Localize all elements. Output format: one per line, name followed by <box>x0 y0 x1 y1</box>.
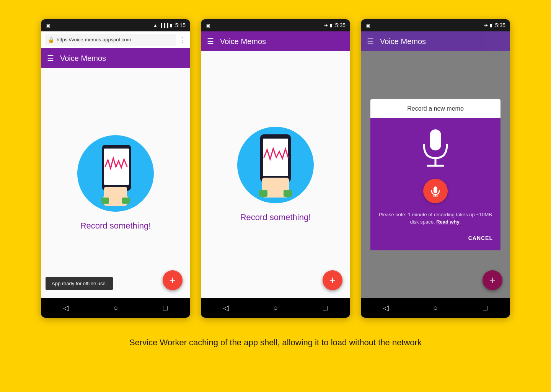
hamburger-icon-2[interactable]: ☰ <box>207 37 214 46</box>
airplane-icon-2: ✈ <box>324 23 328 28</box>
svg-rect-15 <box>434 186 437 193</box>
svg-rect-12 <box>430 129 441 150</box>
back-button-1[interactable]: ◁ <box>56 300 75 315</box>
circle-illustration-2 <box>237 127 314 203</box>
recents-button-3[interactable]: □ <box>476 300 495 315</box>
phone-3: ▣ ✈ ▮ 5:35 ☰ Voice Memos Record a new me… <box>361 19 510 318</box>
phones-container: ▣ ▲ ▐▐▐ ▮ 5:15 🔒 https://voice-memos.app… <box>41 19 510 318</box>
snackbar-1: App ready for offline use. <box>46 277 113 290</box>
phone2-content: Record something! + <box>201 51 350 298</box>
time-display-2: 5:35 <box>335 22 346 28</box>
signal-icon: ▐▐▐ <box>159 23 168 28</box>
tablet-icon-3: ▣ <box>365 23 370 28</box>
status-icons-1: ▲ ▐▐▐ ▮ <box>153 23 172 28</box>
fab-2[interactable]: + <box>323 270 342 290</box>
app-title-1: Voice Memos <box>60 54 106 63</box>
battery-icon-3: ▮ <box>490 23 492 28</box>
app-bar-1: ☰ Voice Memos <box>41 48 190 68</box>
status-bar-3: ▣ ✈ ▮ 5:35 <box>361 19 510 31</box>
record-dialog: Record a new memo <box>370 99 500 250</box>
hamburger-icon-3[interactable]: ☰ <box>367 37 374 46</box>
dialog-note: Please note: 1 minute of recording takes… <box>378 211 493 226</box>
url-bar[interactable]: 🔒 https://voice-memos.appspot.com <box>45 34 176 46</box>
back-button-3[interactable]: ◁ <box>376 300 395 315</box>
url-text: https://voice-memos.appspot.com <box>57 37 131 42</box>
record-button[interactable] <box>423 179 448 203</box>
home-button-1[interactable]: ○ <box>106 300 125 315</box>
mic-small-icon <box>430 185 441 197</box>
time-display-3: 5:35 <box>495 22 505 28</box>
fab-label-3: + <box>489 274 496 286</box>
nav-bar-2: ◁ ○ □ <box>201 298 350 318</box>
home-button-3[interactable]: ○ <box>426 300 445 315</box>
app-title-3: Voice Memos <box>380 37 426 46</box>
wifi-icon: ▲ <box>153 23 158 28</box>
browser-menu-dots[interactable]: ⋮ <box>179 36 186 44</box>
browser-bar: 🔒 https://voice-memos.appspot.com ⋮ <box>41 31 190 48</box>
time-display-1: 5:15 <box>175 22 186 28</box>
nav-bar-3: ◁ ○ □ <box>361 298 510 318</box>
recents-button-1[interactable]: □ <box>156 300 175 315</box>
tablet-icon: ▣ <box>46 23 50 28</box>
battery-icon: ▮ <box>170 23 172 28</box>
svg-rect-10 <box>259 190 267 197</box>
phone-1: ▣ ▲ ▐▐▐ ▮ 5:15 🔒 https://voice-memos.app… <box>41 19 190 318</box>
airplane-icon-3: ✈ <box>484 23 488 28</box>
record-text-1: Record something! <box>80 221 151 231</box>
snackbar-text-1: App ready for offline use. <box>52 281 107 286</box>
recents-button-2[interactable]: □ <box>316 300 335 315</box>
phone1-content: Record something! App ready for offline … <box>41 68 190 298</box>
read-why-link[interactable]: Read why <box>436 219 460 225</box>
app-bar-2: ☰ Voice Memos <box>201 31 350 51</box>
lock-icon: 🔒 <box>48 37 54 43</box>
circle-illustration-1 <box>77 135 154 212</box>
home-button-2[interactable]: ○ <box>266 300 285 315</box>
mic-large-icon <box>418 127 453 171</box>
status-bar-1: ▣ ▲ ▐▐▐ ▮ 5:15 <box>41 19 190 31</box>
fab-label-2: + <box>329 274 336 286</box>
fab-label-1: + <box>170 274 176 286</box>
dialog-note-text: Please note: 1 minute of recording takes… <box>379 212 492 225</box>
status-icons-3: ✈ ▮ <box>484 23 492 28</box>
phone3-content: Record a new memo <box>361 51 510 298</box>
app-bar-3: ☰ Voice Memos <box>361 31 510 51</box>
record-text-2: Record something! <box>240 212 311 222</box>
fab-1[interactable]: + <box>163 270 183 290</box>
svg-rect-7 <box>263 139 288 176</box>
cancel-button[interactable]: CANCEL <box>468 232 493 244</box>
app-title-2: Voice Memos <box>220 37 266 46</box>
nav-bar-1: ◁ ○ □ <box>41 298 190 318</box>
phone-illustration-2 <box>251 132 300 198</box>
hamburger-icon-1[interactable]: ☰ <box>47 54 54 63</box>
fab-3[interactable]: + <box>483 270 502 290</box>
phone-illustration-1 <box>91 141 140 206</box>
svg-rect-11 <box>284 190 292 197</box>
svg-rect-5 <box>122 198 130 204</box>
microphone-svg <box>418 127 453 170</box>
back-button-2[interactable]: ◁ <box>216 300 235 315</box>
dialog-body: Please note: 1 minute of recording takes… <box>370 118 500 250</box>
status-icons-2: ✈ ▮ <box>324 23 332 28</box>
svg-rect-4 <box>101 198 109 204</box>
battery-icon-2: ▮ <box>330 23 332 28</box>
status-bar-2: ▣ ✈ ▮ 5:35 <box>201 19 350 31</box>
phone-2: ▣ ✈ ▮ 5:35 ☰ Voice Memos <box>201 19 350 318</box>
dialog-title: Record a new memo <box>370 99 500 118</box>
caption-text: Service Worker caching of the app shell,… <box>129 337 422 349</box>
tablet-icon-2: ▣ <box>205 23 210 28</box>
